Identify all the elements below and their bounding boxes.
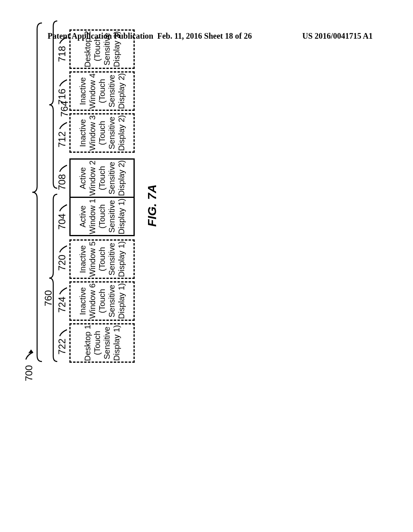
gap xyxy=(69,236,135,239)
card-text: Desktop 2(TouchSensitiveDisplay 2) xyxy=(83,31,121,67)
card-inactive-window-3: InactiveWindow 3(TouchSensitiveDisplay 2… xyxy=(69,113,135,153)
patent-page: Patent Application Publication Feb. 11, … xyxy=(0,0,413,532)
ref-712: 712 xyxy=(56,131,68,148)
gap xyxy=(69,155,135,158)
leader-icon xyxy=(58,33,69,44)
leader-icon xyxy=(58,161,69,172)
header-right: US 2016/0041715 A1 xyxy=(302,31,373,41)
leader-icon xyxy=(58,242,69,253)
ref-704: 704 xyxy=(56,214,68,230)
card-desktop-2: Desktop 2(TouchSensitiveDisplay 2) xyxy=(69,29,135,69)
leader-icon xyxy=(58,326,69,337)
card-active-window-1: ActiveWindow 1(TouchSensitiveDisplay 1) xyxy=(69,197,135,236)
ref-708-text: 708 xyxy=(56,174,67,190)
card-inactive-window-4: InactiveWindow 4(TouchSensitiveDisplay 2… xyxy=(69,71,135,111)
card-desktop-1: Desktop 1(TouchSensitiveDisplay 1) xyxy=(69,323,135,363)
ref-704-text: 704 xyxy=(56,214,67,230)
ref-760: 760 xyxy=(43,290,54,306)
ref-718-text: 718 xyxy=(56,46,67,62)
window-stack: Desktop 1(TouchSensitiveDisplay 1) Inact… xyxy=(69,29,135,363)
card-inactive-window-5: InactiveWindow 5(TouchSensitiveDisplay 1… xyxy=(69,239,135,279)
ref-720-text: 720 xyxy=(56,255,67,271)
ref-708: 708 xyxy=(56,174,68,190)
card-text: Desktop 1(TouchSensitiveDisplay 1) xyxy=(83,325,121,361)
ref-718: 718 xyxy=(56,46,68,62)
leader-icon xyxy=(58,284,69,295)
card-text: InactiveWindow 6(TouchSensitiveDisplay 1… xyxy=(78,283,126,319)
card-text: InactiveWindow 5(TouchSensitiveDisplay 1… xyxy=(78,241,126,277)
ref-700: 700 xyxy=(23,365,35,381)
leader-icon xyxy=(58,201,69,212)
figure-7a: 700 760 764 722 724 720 704 xyxy=(28,113,375,379)
card-text: ActiveWindow 1(TouchSensitiveDisplay 1) xyxy=(78,199,126,235)
card-inactive-window-6: InactiveWindow 6(TouchSensitiveDisplay 1… xyxy=(69,281,135,321)
header-center: Feb. 11, 2016 Sheet 18 of 26 xyxy=(157,31,252,41)
leader-icon xyxy=(58,118,69,130)
figure-label: FIG. 7A xyxy=(145,32,159,379)
ref-722-text: 722 xyxy=(56,339,67,355)
ref-722: 722 xyxy=(56,339,68,355)
ref-724: 724 xyxy=(56,297,68,313)
ref-716: 716 xyxy=(56,89,68,105)
active-windows: ActiveWindow 1(TouchSensitiveDisplay 1) … xyxy=(69,158,135,236)
ref-700-text: 700 xyxy=(23,365,34,381)
ref-720: 720 xyxy=(56,255,68,271)
card-text: InactiveWindow 4(TouchSensitiveDisplay 2… xyxy=(78,73,126,109)
ref-716-text: 716 xyxy=(56,89,67,105)
card-text: InactiveWindow 3(TouchSensitiveDisplay 2… xyxy=(78,115,126,151)
ref-712-text: 712 xyxy=(56,131,67,148)
arrow-icon xyxy=(23,346,35,362)
brace-main xyxy=(31,21,43,364)
card-text: ActiveWindow 2(TouchSensitiveDisplay 2) xyxy=(78,160,126,196)
card-active-window-2: ActiveWindow 2(TouchSensitiveDisplay 2) xyxy=(69,158,135,198)
leader-icon xyxy=(58,76,69,87)
ref-724-text: 724 xyxy=(56,297,67,313)
